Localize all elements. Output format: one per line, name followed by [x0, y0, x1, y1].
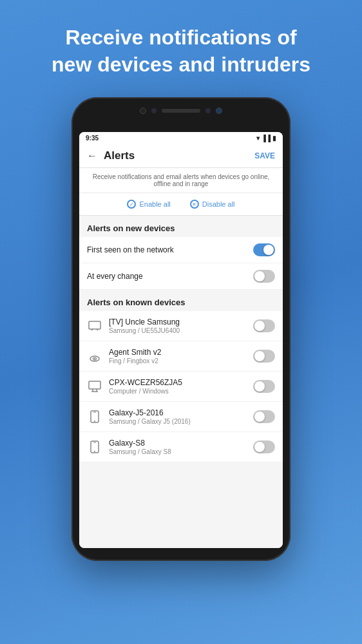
enable-all-icon: ✓ [127, 200, 136, 209]
phone-sensor-icon [151, 108, 157, 113]
wifi-icon: ▾ [256, 135, 260, 142]
galaxy-s8-name: Galaxy-S8 [109, 439, 253, 448]
status-time: 9:35 [86, 135, 99, 142]
back-button[interactable]: ← [87, 150, 97, 162]
new-devices-section-header: Alerts on new devices [79, 216, 283, 237]
headline-line2: new devices and intruders [52, 53, 310, 76]
known-devices-section-header: Alerts on known devices [79, 290, 283, 311]
disable-all-icon: ✕ [190, 200, 199, 209]
disable-all-button[interactable]: ✕ Disable all [190, 200, 235, 209]
status-icons: ▾ ▐▐ ▮ [256, 135, 276, 142]
galaxy-j5-name: Galaxy-J5-2016 [109, 408, 253, 417]
list-item-cpx-desktop: CPX-WCEZR56ZJA5 Computer / Windows [79, 372, 283, 402]
app-bar: ← Alerts SAVE [79, 144, 283, 168]
mobile-phone-icon [87, 409, 102, 424]
every-change-label: At every change [87, 272, 253, 281]
camera-left-icon [140, 108, 146, 114]
svg-point-13 [94, 421, 95, 422]
agent-smith-toggle[interactable] [253, 350, 275, 363]
description-text: Receive notifications and email alerts w… [79, 168, 283, 193]
tv-samsung-toggle[interactable] [253, 319, 275, 332]
first-seen-toggle[interactable] [253, 243, 275, 256]
headline: Receive notifications of new devices and… [26, 0, 336, 97]
list-item-galaxy-s8: Galaxy-S8 Samsung / Galaxy S8 [79, 432, 283, 462]
tv-icon [87, 318, 102, 334]
phone-shell: 9:35 ▾ ▐▐ ▮ ← Alerts SAVE Receive notifi… [71, 97, 291, 561]
svg-rect-0 [89, 321, 100, 329]
cpx-name: CPX-WCEZR56ZJA5 [109, 378, 253, 387]
phone-sensor2-icon [205, 108, 211, 113]
agent-smith-name: Agent Smith v2 [109, 348, 253, 357]
list-item-agent-smith: Agent Smith v2 Fing / Fingbox v2 [79, 341, 283, 372]
camera-right-icon [216, 108, 222, 114]
enable-all-button[interactable]: ✓ Enable all [127, 200, 170, 209]
galaxy-s8-sub: Samsung / Galaxy S8 [109, 448, 253, 455]
battery-icon: ▮ [272, 135, 276, 142]
list-item-galaxy-j5: Galaxy-J5-2016 Samsung / Galaxy J5 (2016… [79, 402, 283, 432]
tv-samsung-sub: Samsung / UE55JU6400 [109, 327, 253, 334]
bulk-actions-row: ✓ Enable all ✕ Disable all [79, 193, 283, 216]
router-icon [87, 348, 102, 364]
every-change-knob [254, 271, 265, 281]
phone-mockup: 9:35 ▾ ▐▐ ▮ ← Alerts SAVE Receive notifi… [71, 97, 291, 561]
phone-sensors [71, 108, 291, 114]
status-bar: 9:35 ▾ ▐▐ ▮ [79, 132, 283, 144]
cpx-toggle[interactable] [253, 380, 275, 393]
agent-smith-sub: Fing / Fingbox v2 [109, 357, 253, 365]
list-item-tv-uncle-samsung: [TV] Uncle Samsung Samsung / UE55JU6400 [79, 311, 283, 341]
svg-point-6 [94, 358, 95, 359]
first-seen-knob [263, 245, 274, 255]
list-item-every-change: At every change [79, 263, 283, 290]
signal-icon: ▐▐ [262, 135, 271, 142]
galaxy-j5-toggle[interactable] [253, 410, 275, 423]
desktop-icon [87, 379, 102, 394]
phone-screen: 9:35 ▾ ▐▐ ▮ ← Alerts SAVE Receive notifi… [79, 132, 283, 548]
cpx-sub: Computer / Windows [109, 388, 253, 395]
svg-rect-7 [89, 381, 100, 389]
save-button[interactable]: SAVE [254, 151, 275, 160]
phone-speaker [162, 109, 200, 113]
galaxy-s8-toggle[interactable] [253, 440, 275, 453]
svg-point-16 [94, 451, 95, 452]
list-item-first-seen: First seen on the network [79, 237, 283, 263]
mobile-phone2-icon [87, 439, 102, 455]
first-seen-label: First seen on the network [87, 245, 253, 254]
tv-samsung-name: [TV] Uncle Samsung [109, 317, 253, 327]
every-change-toggle[interactable] [253, 270, 275, 283]
galaxy-j5-sub: Samsung / Galaxy J5 (2016) [109, 418, 253, 425]
alerts-content: Alerts on new devices First seen on the … [79, 216, 283, 548]
headline-line1: Receive notifications of [65, 26, 296, 49]
page-title: Alerts [104, 149, 254, 162]
